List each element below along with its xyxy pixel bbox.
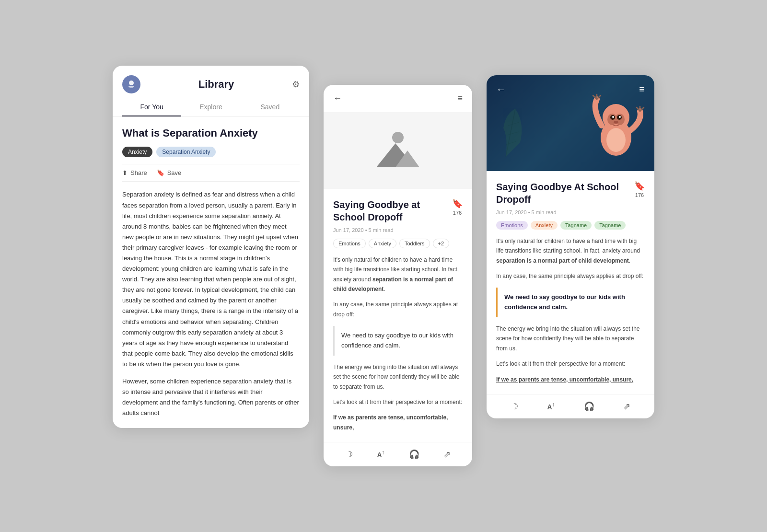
article-meta: Jun 17, 2020 • 5 min read: [333, 227, 463, 233]
body-p1-dark: It's only natural for children to have a…: [496, 236, 645, 266]
tab-for-you[interactable]: For You: [122, 98, 181, 116]
bottom-bar-light: ☽ A↑ 🎧 ⇗: [324, 442, 472, 466]
share-icon[interactable]: ⇗: [623, 401, 630, 412]
settings-icon[interactable]: ⚙: [292, 79, 300, 90]
bookmark-icon[interactable]: 🔖: [452, 198, 463, 209]
screen3-title: Saying Goodbye At School Dropoff: [496, 181, 634, 206]
moon-icon[interactable]: ☽: [345, 449, 353, 460]
screen3-nav: ← ≡: [487, 84, 654, 95]
article-light-body: Saying Goodbye at School Dropoff 🔖 176 J…: [324, 189, 472, 442]
tag-anxiety[interactable]: Anxiety: [369, 239, 396, 248]
bookmark-col: 🔖 176: [452, 198, 463, 216]
library-title: Library: [198, 78, 234, 91]
tag-tagname1[interactable]: Tagname: [560, 221, 592, 230]
blockquote-dark: We need to say goodbye to our kids with …: [496, 288, 645, 317]
back-arrow-icon[interactable]: ←: [496, 84, 506, 95]
body-p1: It's only natural for children to have a…: [333, 255, 463, 294]
article-header-row: Saying Goodbye at School Dropoff 🔖 176: [333, 198, 463, 223]
tag-anxiety[interactable]: Anxiety: [531, 221, 558, 230]
tab-explore[interactable]: Explore: [181, 98, 240, 116]
tag-emotions[interactable]: Emotions: [496, 221, 528, 230]
sloth-illustration: [587, 85, 645, 171]
body-paragraph-2: However, some children experience separa…: [122, 376, 300, 418]
bookmark-icon[interactable]: 🔖: [634, 181, 645, 191]
article-tags-light: Emotions Anxiety Toddlers +2: [333, 239, 463, 248]
body-p4-dark: Let's look at it from their perspective …: [496, 359, 645, 369]
body-p2: In any case, the same principle always a…: [333, 300, 463, 319]
screen-article-dark: ← ≡ Saying Goodbye At School Dropoff 🔖 1…: [487, 75, 654, 418]
svg-point-0: [129, 81, 134, 85]
tag-emotions[interactable]: Emotions: [333, 239, 366, 248]
leaf-decoration-icon: [496, 104, 535, 162]
blockquote: We need to say goodbye to our kids with …: [333, 326, 463, 356]
svg-point-3: [392, 132, 404, 143]
menu-icon[interactable]: ≡: [457, 93, 463, 104]
share-icon[interactable]: ⇗: [443, 449, 451, 460]
screen-library: Library ⚙ For You Explore Saved What is …: [113, 66, 309, 428]
headphones-icon[interactable]: 🎧: [584, 401, 594, 412]
body-p5-dark: If we as parents are tense, uncomfortabl…: [496, 375, 645, 384]
menu-icon[interactable]: ≡: [639, 84, 645, 95]
tag-tagname2[interactable]: Tagname: [594, 221, 626, 230]
moon-icon[interactable]: ☽: [511, 401, 518, 412]
tag-separation-anxiety[interactable]: Separation Anxiety: [156, 147, 216, 157]
share-icon: ⬆: [122, 169, 128, 176]
svg-point-16: [612, 116, 614, 118]
headphones-icon[interactable]: 🎧: [409, 449, 419, 460]
library-tabs: For You Explore Saved: [113, 98, 309, 117]
bookmark-col-dark: 🔖 176: [634, 181, 645, 198]
body-paragraph-1: Separation anxiety is defined as fear an…: [122, 189, 300, 370]
article-body-light: It's only natural for children to have a…: [333, 255, 463, 432]
bookmark-count: 176: [635, 192, 644, 198]
tag-more[interactable]: +2: [433, 239, 450, 248]
article-title: What is Separation Anxiety: [122, 127, 300, 140]
back-arrow-icon[interactable]: ←: [333, 93, 342, 104]
library-content: What is Separation Anxiety Anxiety Separ…: [113, 117, 309, 428]
screen-article-light: ← ≡ Saying Goodbye at School Dropoff 🔖 1…: [324, 85, 472, 466]
body-p3: The energy we bring into the situation w…: [333, 362, 463, 392]
body-p5: If we as parents are tense, uncomfortabl…: [333, 413, 463, 432]
article-hero-image: [324, 112, 472, 189]
body-p2-dark: In any case, the same principle always a…: [496, 271, 645, 281]
article-tags: Anxiety Separation Anxiety: [122, 147, 300, 157]
tab-saved[interactable]: Saved: [241, 98, 300, 116]
tag-anxiety[interactable]: Anxiety: [122, 147, 152, 157]
save-button[interactable]: 🔖 Save: [157, 169, 182, 176]
svg-point-17: [619, 116, 621, 118]
screen3-header-row: Saying Goodbye At School Dropoff 🔖 176: [496, 181, 645, 206]
font-size-icon[interactable]: A↑: [547, 401, 555, 412]
article-meta-dark: Jun 17, 2020 • 5 min read: [496, 209, 645, 215]
svg-point-25: [606, 128, 626, 152]
share-button[interactable]: ⬆ Share: [122, 169, 147, 176]
svg-rect-1: [128, 86, 134, 87]
svg-rect-2: [129, 87, 133, 88]
bookmark-icon: 🔖: [157, 169, 164, 176]
article-light-header: ← ≡: [324, 85, 472, 112]
article-main-title: Saying Goodbye at School Dropoff: [333, 198, 452, 223]
article-body-dark: It's only natural for children to have a…: [496, 236, 645, 384]
body-p4: Let's look at it from their perspective …: [333, 397, 463, 407]
bookmark-count: 176: [453, 210, 462, 216]
svg-point-18: [614, 121, 618, 124]
library-header: Library ⚙: [113, 66, 309, 98]
app-logo: [122, 75, 140, 93]
article-hero-dark: ← ≡: [487, 75, 654, 171]
tag-toddlers[interactable]: Toddlers: [399, 239, 430, 248]
article-body: Separation anxiety is defined as fear an…: [122, 189, 300, 418]
body-p3-dark: The energy we bring into the situation w…: [496, 324, 645, 353]
bottom-bar-dark: ☽ A↑ 🎧 ⇗: [487, 394, 654, 418]
screen3-tags: Emotions Anxiety Tagname Tagname: [496, 221, 645, 230]
article-actions: ⬆ Share 🔖 Save: [122, 164, 300, 182]
article-dark-body: Saying Goodbye At School Dropoff 🔖 176 J…: [487, 171, 654, 394]
font-size-icon[interactable]: A↑: [377, 449, 384, 460]
